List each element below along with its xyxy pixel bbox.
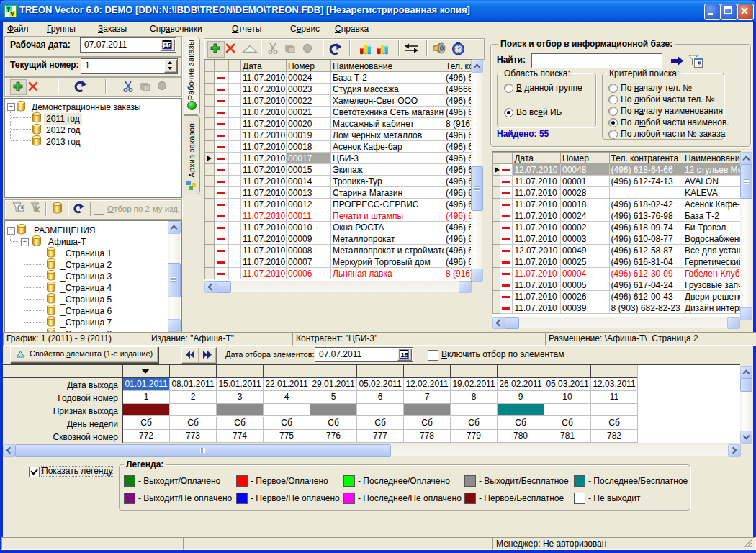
svg-text:15: 15	[401, 351, 409, 359]
svg-text:15: 15	[164, 41, 172, 49]
